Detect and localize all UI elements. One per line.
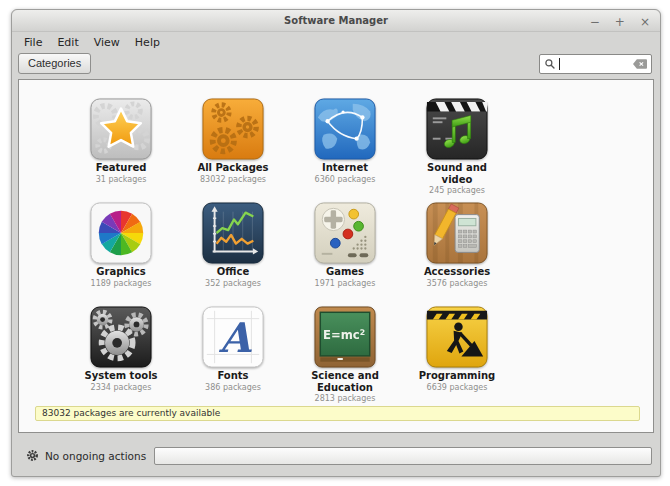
category-count: 3576 packages [427, 279, 488, 288]
fonts-icon: A [202, 306, 264, 368]
menu-file[interactable]: File [24, 36, 42, 49]
minimize-button[interactable]: − [590, 12, 600, 33]
maximize-button[interactable]: + [615, 12, 625, 33]
category-tile-accessories[interactable]: Accessories 3576 packages [401, 202, 513, 306]
category-label: Programming [419, 370, 496, 382]
science-education-icon: E=mc2 [314, 306, 376, 368]
toolbar: Categories [12, 52, 660, 80]
internet-icon [314, 98, 376, 160]
category-count: 2334 packages [91, 383, 152, 392]
menu-edit[interactable]: Edit [57, 36, 78, 49]
category-count: 31 packages [96, 175, 147, 184]
gear-icon [26, 449, 39, 462]
clear-icon[interactable] [633, 59, 647, 69]
category-label: Featured [96, 162, 147, 174]
status-text: No ongoing actions [45, 450, 146, 462]
category-label: Games [326, 266, 364, 278]
programming-icon [426, 306, 488, 368]
games-icon [314, 202, 376, 264]
close-button[interactable]: × [640, 12, 650, 33]
system-tools-icon [90, 306, 152, 368]
category-label: Science and Education [303, 370, 387, 393]
all-packages-icon [202, 98, 264, 160]
featured-icon [90, 98, 152, 160]
search-input[interactable] [539, 54, 652, 74]
category-label: Office [217, 266, 249, 278]
category-label: System tools [84, 370, 157, 382]
category-label: Sound and video [415, 162, 499, 185]
category-count: 6360 packages [315, 175, 376, 184]
category-count: 386 packages [205, 383, 261, 392]
software-manager-window: Software Manager − + × File Edit View He… [11, 9, 661, 477]
category-count: 245 packages [429, 186, 485, 195]
category-count: 352 packages [205, 279, 261, 288]
menubar: File Edit View Help [12, 32, 660, 52]
category-tile-system-tools[interactable]: System tools 2334 packages [65, 306, 177, 410]
category-tile-featured[interactable]: Featured 31 packages [65, 98, 177, 202]
office-icon [202, 202, 264, 264]
category-tile-internet[interactable]: Internet 6360 packages [289, 98, 401, 202]
category-count: 6639 packages [427, 383, 488, 392]
window-controls: − + × [580, 10, 650, 32]
category-grid: Featured 31 packages All Pack [19, 80, 653, 410]
text-caret [559, 58, 560, 70]
menu-view[interactable]: View [94, 36, 120, 49]
svg-text:E=mc2: E=mc2 [323, 328, 365, 342]
titlebar[interactable]: Software Manager − + × [12, 10, 660, 32]
categories-view: Featured 31 packages All Pack [18, 79, 654, 433]
category-tile-programming[interactable]: Programming 6639 packages [401, 306, 513, 410]
category-tile-games[interactable]: Games 1971 packages [289, 202, 401, 306]
categories-button[interactable]: Categories [18, 53, 91, 74]
svg-text:A: A [218, 314, 252, 362]
accessories-icon [426, 202, 488, 264]
category-count: 2813 packages [315, 394, 376, 403]
category-label: Fonts [217, 370, 248, 382]
category-tile-office[interactable]: Office 352 packages [177, 202, 289, 306]
progress-bar [154, 447, 652, 465]
category-count: 1971 packages [315, 279, 376, 288]
category-label: All Packages [197, 162, 268, 174]
sound-video-icon [426, 98, 488, 160]
menu-help[interactable]: Help [135, 36, 160, 49]
category-count: 1189 packages [91, 279, 152, 288]
category-label: Graphics [96, 266, 145, 278]
category-count: 83032 packages [200, 175, 266, 184]
search-icon [544, 58, 556, 70]
category-tile-fonts[interactable]: A Fonts 386 packages [177, 306, 289, 410]
graphics-icon [90, 202, 152, 264]
category-label: Internet [322, 162, 368, 174]
category-tile-all-packages[interactable]: All Packages 83032 packages [177, 98, 289, 202]
window-title: Software Manager [12, 10, 660, 31]
info-bar: 83032 packages are currently available [35, 406, 640, 421]
category-tile-science-education[interactable]: E=mc2 Science and Education 2813 package… [289, 306, 401, 410]
status-bar: No ongoing actions [18, 443, 652, 468]
category-tile-sound-video[interactable]: Sound and video 245 packages [401, 98, 513, 202]
category-label: Accessories [424, 266, 490, 278]
category-tile-graphics[interactable]: Graphics 1189 packages [65, 202, 177, 306]
